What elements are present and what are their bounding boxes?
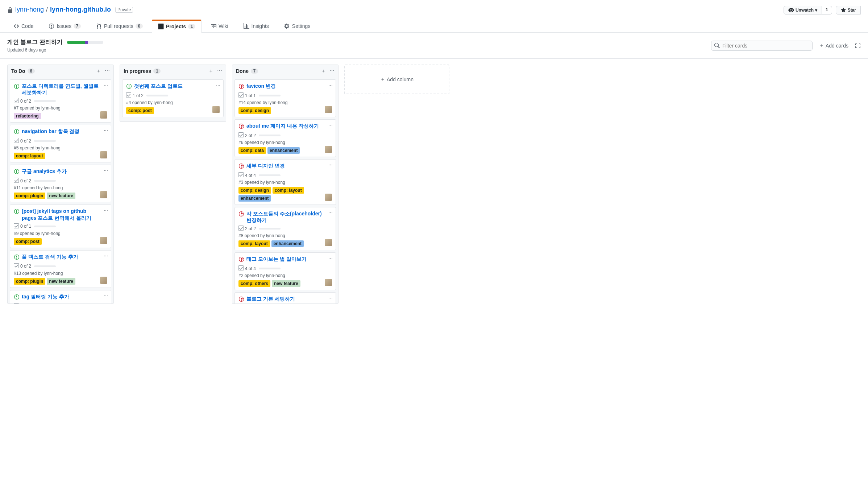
fullscreen-button[interactable] (855, 43, 861, 49)
label[interactable]: enhancement (238, 195, 271, 202)
card-title[interactable]: 구글 analytics 추가 (22, 168, 67, 174)
avatar[interactable] (100, 151, 107, 158)
star-button[interactable]: Star (836, 6, 861, 15)
avatar[interactable] (325, 146, 332, 153)
avatar[interactable] (100, 277, 107, 284)
card-title[interactable]: [post] jekyll tags on github pages 포스트 번… (22, 208, 101, 221)
nav-pulls[interactable]: Pull requests 0 (90, 20, 149, 32)
label[interactable]: comp: plugin (14, 278, 45, 285)
column-menu-button[interactable]: ⋯ (217, 68, 222, 74)
card-user[interactable]: lynn-hong (266, 273, 285, 278)
card-user[interactable]: lynn-hong (44, 271, 63, 276)
column-add-card-button[interactable]: ＋ (208, 68, 213, 74)
card-user[interactable]: lynn-hong (44, 185, 63, 190)
card[interactable]: ⋯ 구글 analytics 추가 0 of 2 #11 opened by l… (10, 165, 111, 202)
avatar[interactable] (325, 239, 332, 246)
card[interactable]: ⋯ favicon 변경 1 of 1 #14 opened by lynn-h… (234, 79, 336, 117)
label[interactable]: enhancement (271, 240, 304, 247)
label[interactable]: comp: design (238, 187, 271, 194)
card-user[interactable]: lynn-hong (41, 231, 61, 236)
card-title[interactable]: about me 페이지 내용 작성하기 (246, 123, 319, 129)
card-menu-button[interactable]: ⋯ (328, 296, 333, 301)
label[interactable]: comp: post (14, 238, 42, 245)
label[interactable]: refactoring (14, 113, 41, 119)
card[interactable]: ⋯ 풀 텍스트 검색 기능 추가 0 of 2 #13 opened by ly… (10, 250, 111, 288)
repo-name-link[interactable]: lynn-hong.github.io (50, 6, 111, 13)
card-menu-button[interactable]: ⋯ (328, 83, 333, 88)
nav-projects[interactable]: Projects 1 (152, 20, 202, 33)
card-title[interactable]: 풀 텍스트 검색 기능 추가 (22, 253, 78, 260)
card[interactable]: ⋯ 태그 모아보는 법 알아보기 4 of 4 #2 opened by lyn… (234, 252, 336, 290)
card-title[interactable]: tag 필터링 기능 추가 (22, 293, 69, 300)
label[interactable]: enhancement (267, 147, 300, 154)
avatar[interactable] (325, 106, 332, 113)
card-menu-button[interactable]: ⋯ (104, 293, 108, 298)
filter-input[interactable] (711, 41, 813, 51)
label[interactable]: comp: design (238, 107, 271, 114)
label[interactable]: comp: data (238, 147, 266, 154)
card-title[interactable]: 첫번째 포스트 업로드 (134, 83, 183, 89)
label[interactable]: new feature (47, 278, 75, 285)
unwatch-button[interactable]: Unwatch ▾ (784, 6, 822, 15)
avatar[interactable] (325, 194, 332, 201)
card-menu-button[interactable]: ⋯ (216, 83, 220, 88)
card-title[interactable]: 세부 디자인 변경 (246, 162, 285, 169)
card-title[interactable]: 태그 모아보는 법 알아보기 (246, 256, 307, 262)
avatar[interactable] (325, 279, 332, 286)
column-add-card-button[interactable]: ＋ (321, 68, 326, 74)
label[interactable]: comp: others (238, 280, 270, 287)
card-menu-button[interactable]: ⋯ (328, 256, 333, 261)
card[interactable]: ⋯ 첫번째 포스트 업로드 1 of 2 #4 opened by lynn-h… (122, 79, 224, 117)
card-title[interactable]: 각 포스트들의 주소(placeholder) 변경하기 (246, 210, 325, 223)
label[interactable]: new feature (272, 280, 300, 287)
card-menu-button[interactable]: ⋯ (104, 168, 108, 173)
card-menu-button[interactable]: ⋯ (328, 123, 333, 128)
card[interactable]: ⋯ [post] jekyll tags on github pages 포스트… (10, 205, 111, 248)
card-user[interactable]: lynn-hong (269, 100, 288, 105)
nav-insights[interactable]: Insights (237, 20, 275, 32)
card-user[interactable]: lynn-hong (154, 100, 173, 105)
column-add-card-button[interactable]: ＋ (96, 68, 101, 74)
add-cards-button[interactable]: ＋ Add cards (819, 42, 848, 49)
card-menu-button[interactable]: ⋯ (104, 208, 108, 213)
card-title[interactable]: 블로그 기본 세팅하기 (246, 296, 295, 302)
watch-count[interactable]: 1 (822, 6, 832, 15)
avatar[interactable] (212, 106, 220, 113)
repo-owner-link[interactable]: lynn-hong (15, 6, 44, 13)
nav-code[interactable]: Code (7, 20, 40, 32)
column-menu-button[interactable]: ⋯ (329, 68, 335, 74)
label[interactable]: comp: post (126, 107, 154, 114)
avatar[interactable] (100, 111, 107, 119)
column-menu-button[interactable]: ⋯ (105, 68, 110, 74)
card-menu-button[interactable]: ⋯ (104, 83, 108, 88)
card[interactable]: ⋯ navigation bar 항목 결정 0 of 2 #5 opened … (10, 125, 111, 162)
card-user[interactable]: lynn-hong (266, 180, 285, 185)
avatar[interactable] (100, 237, 107, 244)
card-title[interactable]: 포스트 디렉토리를 연도별, 월별로 세분화하기 (22, 83, 101, 96)
label[interactable]: comp: plugin (14, 193, 45, 199)
card-title[interactable]: favicon 변경 (246, 83, 276, 89)
card-user[interactable]: lynn-hong (266, 233, 285, 238)
card[interactable]: ⋯ 포스트 디렉토리를 연도별, 월별로 세분화하기 0 of 2 #7 ope… (10, 79, 111, 123)
card-user[interactable]: lynn-hong (41, 145, 61, 150)
label[interactable]: comp: layout (273, 187, 304, 194)
nav-issues[interactable]: Issues 7 (42, 20, 87, 32)
card-menu-button[interactable]: ⋯ (328, 162, 333, 168)
label[interactable]: comp: layout (238, 240, 270, 247)
add-column-button[interactable]: ＋ Add column (344, 65, 449, 94)
nav-wiki[interactable]: Wiki (204, 20, 234, 32)
card[interactable]: ⋯ 각 포스트들의 주소(placeholder) 변경하기 2 of 2 #8… (234, 207, 336, 250)
card-title[interactable]: navigation bar 항목 결정 (22, 128, 79, 135)
card-menu-button[interactable]: ⋯ (104, 128, 108, 133)
card-user[interactable]: lynn-hong (41, 106, 61, 111)
card-menu-button[interactable]: ⋯ (104, 253, 108, 259)
label[interactable]: new feature (47, 193, 75, 199)
card[interactable]: ⋯ tag 필터링 기능 추가 0 of 2 (10, 290, 111, 303)
card-user[interactable]: lynn-hong (266, 140, 285, 145)
label[interactable]: comp: layout (14, 153, 45, 159)
avatar[interactable] (100, 191, 107, 198)
card[interactable]: ⋯ about me 페이지 내용 작성하기 2 of 2 #6 opened … (234, 119, 336, 157)
nav-settings[interactable]: Settings (278, 20, 317, 32)
card[interactable]: ⋯ 블로그 기본 세팅하기 (234, 292, 336, 303)
card-menu-button[interactable]: ⋯ (328, 210, 333, 215)
